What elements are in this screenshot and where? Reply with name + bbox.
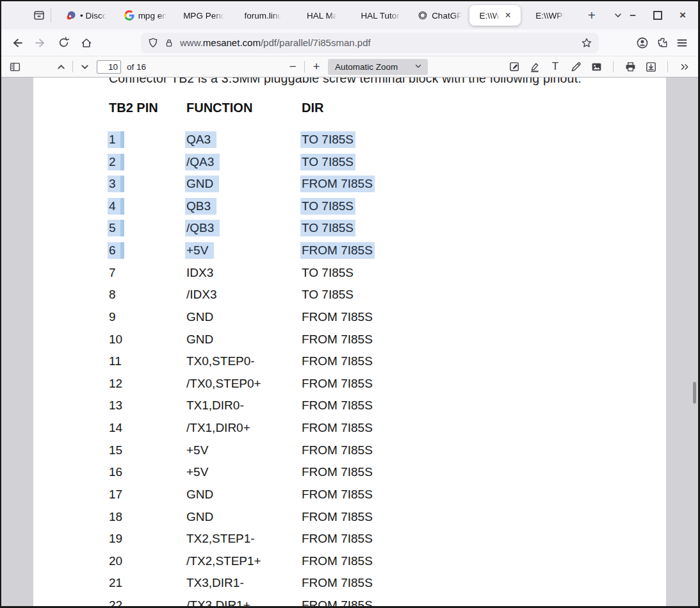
pdf-toolbar: of 16 − + Automatic Zoom T bbox=[1, 56, 698, 78]
add-signature-icon[interactable] bbox=[506, 58, 523, 75]
vertical-scrollbar[interactable] bbox=[693, 382, 696, 404]
tab-strip: • Discompg enMPG Pendforum.linuHAL MaHAL… bbox=[57, 1, 580, 29]
pinout-cell-dir: FROM 7I85S bbox=[302, 597, 373, 606]
pinout-cell-func-selected: +5V bbox=[185, 242, 214, 259]
menu-hamburger-icon[interactable] bbox=[676, 37, 688, 49]
pinout-cell-func: /TX1,DIR0+ bbox=[186, 420, 250, 436]
url-bar[interactable]: www.mesanet.com/pdf/parallel/7i85sman.pd… bbox=[141, 33, 599, 53]
pinout-cell-func: IDX3 bbox=[186, 265, 213, 281]
tab-close-icon[interactable]: × bbox=[505, 10, 510, 21]
firefox-view-icon[interactable] bbox=[31, 6, 47, 24]
pinout-cell-pin: 15 bbox=[109, 442, 122, 458]
pinout-cell-dir: FROM 7I85S bbox=[302, 331, 373, 347]
pinout-cell-func: TX2,STEP1- bbox=[186, 530, 255, 546]
discourse-favicon-icon bbox=[66, 10, 76, 21]
pinout-row: 18GNDFROM 7I85S bbox=[33, 509, 666, 526]
pinout-row: 15+5VFROM 7I85S bbox=[33, 442, 666, 459]
url-path: /pdf/parallel/7i85sman.pdf bbox=[261, 37, 371, 48]
pinout-cell-func-selected: GND bbox=[185, 176, 219, 192]
back-icon[interactable] bbox=[8, 33, 27, 53]
pinout-row: 9GNDFROM 7I85S bbox=[33, 309, 666, 326]
pinout-cell-func: /TX0,STEP0+ bbox=[186, 375, 261, 391]
pinout-cell-func-selected: /QB3 bbox=[185, 220, 220, 236]
lock-icon[interactable] bbox=[164, 38, 174, 48]
close-window-button[interactable]: × bbox=[675, 8, 690, 23]
pinout-cell-pin: 20 bbox=[109, 553, 122, 569]
pinout-row: 20/TX2,STEP1+FROM 7I85S bbox=[33, 553, 666, 570]
window-controls: – × bbox=[625, 8, 690, 23]
tab-label: forum.linu bbox=[245, 11, 282, 21]
pinout-cell-dir-selected: TO 7I85S bbox=[300, 154, 355, 170]
tab-label: MPG Pend bbox=[183, 11, 225, 21]
next-page-icon[interactable] bbox=[77, 60, 92, 74]
pdf-viewer[interactable]: Connector TB2 is a 3.5MM pluggable screw… bbox=[1, 78, 698, 606]
tab[interactable]: MPG Pend bbox=[175, 5, 234, 26]
pinout-row: 10GNDFROM 7I85S bbox=[33, 331, 666, 349]
pinout-cell-dir: FROM 7I85S bbox=[302, 353, 373, 369]
new-tab-button[interactable]: + bbox=[583, 6, 599, 24]
tab-active[interactable]: E:\\W× bbox=[469, 5, 521, 26]
reload-icon[interactable] bbox=[54, 33, 73, 53]
pinout-cell-pin: 9 bbox=[109, 309, 116, 325]
pinout-cell-func: GND bbox=[186, 331, 213, 347]
column-header-dir: DIR bbox=[302, 101, 323, 115]
list-all-tabs-icon[interactable] bbox=[611, 8, 625, 23]
tab[interactable]: HAL Tutori bbox=[352, 5, 411, 26]
zoom-select-label: Automatic Zoom bbox=[335, 62, 398, 72]
pinout-cell-dir: FROM 7I85S bbox=[302, 309, 373, 325]
pinout-cell-dir-selected: TO 7I85S bbox=[300, 220, 355, 236]
home-icon[interactable] bbox=[77, 33, 96, 53]
toggle-sidebar-icon[interactable] bbox=[6, 58, 23, 75]
draw-pen-icon[interactable] bbox=[567, 58, 584, 75]
pinout-cell-dir-selected: FROM 7I85S bbox=[300, 176, 375, 192]
page-number-input[interactable] bbox=[97, 60, 121, 74]
account-icon[interactable] bbox=[636, 37, 649, 49]
tracking-protection-shield-icon[interactable] bbox=[147, 37, 159, 49]
tab-label: ChatGP bbox=[432, 11, 462, 21]
highlight-icon[interactable] bbox=[526, 58, 543, 75]
pinout-cell-pin: 8 bbox=[109, 286, 116, 302]
pinout-cell-pin-selected: 5 bbox=[108, 220, 124, 236]
pinout-cell-func: /TX2,STEP1+ bbox=[186, 553, 261, 569]
tab[interactable]: mpg en bbox=[116, 5, 175, 26]
pinout-cell-func: +5V bbox=[186, 442, 208, 458]
tab[interactable]: forum.linu bbox=[234, 5, 293, 26]
previous-page-icon[interactable] bbox=[54, 60, 68, 74]
pinout-cell-dir-selected: TO 7I85S bbox=[300, 131, 355, 148]
forward-icon[interactable] bbox=[31, 33, 50, 53]
pinout-cell-func: GND bbox=[186, 486, 213, 502]
pinout-cell-func: /IDX3 bbox=[186, 286, 217, 302]
zoom-out-icon[interactable]: − bbox=[286, 58, 300, 75]
print-icon[interactable] bbox=[622, 58, 639, 75]
zoom-select-dropdown[interactable]: Automatic Zoom bbox=[328, 59, 428, 75]
url-domain: mesanet.com bbox=[203, 37, 261, 48]
bookmark-star-icon[interactable] bbox=[581, 37, 592, 49]
tab[interactable]: HAL Ma bbox=[293, 5, 352, 26]
pinout-cell-dir: TO 7I85S bbox=[302, 286, 354, 302]
pinout-cell-pin-selected: 6 bbox=[108, 242, 124, 259]
pinout-cell-dir-selected: FROM 7I85S bbox=[300, 242, 375, 259]
pinout-cell-dir: FROM 7I85S bbox=[302, 464, 373, 480]
save-download-icon[interactable] bbox=[642, 58, 659, 75]
tab-label: HAL Ma bbox=[307, 11, 338, 21]
tab[interactable]: • Disco bbox=[57, 5, 116, 26]
tab-label: E:\\W bbox=[479, 11, 500, 21]
free-text-icon[interactable]: T bbox=[547, 58, 564, 75]
tab[interactable]: ChatGP bbox=[411, 5, 469, 26]
zoom-in-icon[interactable]: + bbox=[309, 58, 323, 75]
pinout-row: 1QA3TO 7I85S bbox=[33, 131, 666, 149]
pinout-cell-pin-selected: 2 bbox=[108, 154, 124, 170]
chatgpt-favicon-icon bbox=[418, 10, 428, 21]
maximize-button[interactable] bbox=[650, 8, 665, 23]
pinout-cell-func-selected: QB3 bbox=[185, 198, 216, 215]
pinout-row: 16+5VFROM 7I85S bbox=[33, 464, 666, 481]
pinout-row: 13TX1,DIR0-FROM 7I85S bbox=[33, 397, 666, 415]
extensions-puzzle-icon[interactable] bbox=[656, 37, 669, 49]
more-tools-icon[interactable] bbox=[676, 58, 693, 75]
add-image-icon[interactable] bbox=[588, 58, 605, 75]
pinout-cell-dir: FROM 7I85S bbox=[302, 420, 373, 436]
minimize-button[interactable]: – bbox=[625, 8, 640, 23]
tab-label: HAL Tutori bbox=[361, 11, 402, 21]
tab[interactable]: E:\\WPI bbox=[521, 5, 580, 26]
pinout-cell-pin: 12 bbox=[109, 375, 122, 391]
